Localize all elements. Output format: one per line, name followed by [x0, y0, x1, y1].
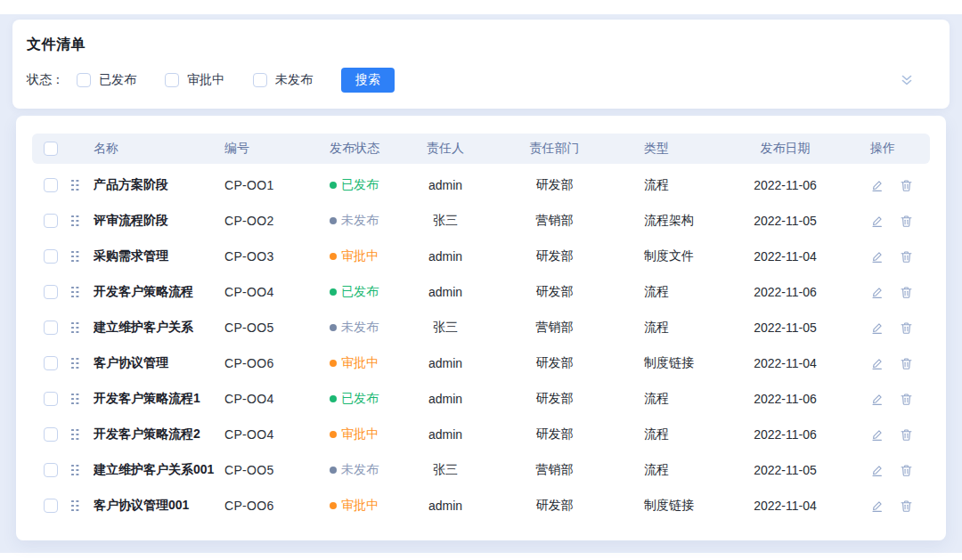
doc-code: CP-OO5: [224, 321, 330, 335]
doc-type: 流程: [624, 426, 738, 442]
row-checkbox[interactable]: [44, 463, 58, 477]
select-all-checkbox[interactable]: [44, 142, 58, 156]
doc-code: CP-OO4: [224, 392, 330, 406]
doc-code: CP-OO3: [224, 249, 330, 264]
edit-icon[interactable]: [870, 179, 884, 192]
row-checkbox[interactable]: [44, 427, 58, 442]
row-actions: [833, 179, 930, 192]
edit-icon[interactable]: [870, 393, 884, 406]
doc-dept: 营销部: [485, 213, 624, 229]
delete-icon[interactable]: [900, 215, 913, 228]
status-dot-icon: [330, 182, 337, 189]
row-checkbox[interactable]: [44, 499, 58, 513]
row-actions: [833, 428, 930, 442]
doc-code: CP-OO6: [224, 499, 330, 513]
search-button[interactable]: 搜索: [341, 68, 395, 93]
doc-status: 已发布: [330, 284, 405, 300]
doc-code: CP-OO4: [224, 427, 330, 442]
checkbox-icon[interactable]: [253, 73, 267, 87]
row-checkbox[interactable]: [44, 392, 58, 406]
delete-icon[interactable]: [900, 428, 913, 442]
edit-icon[interactable]: [870, 215, 884, 228]
drag-handle-icon[interactable]: [71, 358, 79, 369]
doc-code: CP-OO2: [224, 214, 330, 228]
drag-handle-icon[interactable]: [71, 429, 79, 441]
drag-handle-icon[interactable]: [71, 180, 79, 191]
status-filter-label: 状态：: [27, 72, 64, 88]
drag-handle-icon[interactable]: [71, 322, 79, 334]
drag-handle-icon[interactable]: [71, 500, 79, 512]
col-header-name: 名称: [94, 141, 224, 157]
doc-name: 建立维护客户关系: [94, 320, 224, 336]
doc-dept: 研发部: [485, 284, 624, 300]
edit-icon[interactable]: [870, 250, 884, 264]
row-checkbox[interactable]: [44, 356, 58, 370]
checkbox-icon[interactable]: [165, 73, 179, 87]
row-checkbox[interactable]: [44, 285, 58, 299]
edit-icon[interactable]: [870, 286, 884, 299]
doc-date: 2022-11-04: [738, 499, 833, 513]
doc-dept: 研发部: [485, 498, 624, 514]
row-checkbox[interactable]: [44, 321, 58, 335]
page-title: 文件清单: [27, 36, 914, 54]
filter-option-unpublished[interactable]: 未发布: [253, 72, 313, 88]
doc-type: 流程: [624, 284, 738, 300]
filter-option-pending[interactable]: 审批中: [165, 72, 224, 88]
filter-option-published[interactable]: 已发布: [77, 72, 136, 88]
collapse-toggle[interactable]: [900, 73, 914, 87]
status-text: 未发布: [341, 462, 379, 478]
row-checkbox[interactable]: [44, 249, 58, 264]
delete-icon[interactable]: [900, 321, 913, 335]
row-checkbox[interactable]: [44, 214, 58, 228]
doc-status: 审批中: [330, 498, 405, 514]
edit-icon[interactable]: [870, 357, 884, 370]
delete-icon[interactable]: [900, 499, 913, 513]
doc-status: 审批中: [330, 426, 405, 442]
delete-icon[interactable]: [900, 357, 913, 370]
doc-type: 流程: [624, 320, 738, 336]
row-actions: [833, 215, 930, 228]
drag-handle-icon[interactable]: [71, 251, 79, 263]
drag-handle-icon[interactable]: [71, 465, 79, 476]
edit-icon[interactable]: [870, 464, 884, 477]
status-dot-icon: [330, 502, 337, 509]
status-dot-icon: [330, 360, 337, 367]
status-text: 审批中: [341, 498, 379, 514]
status-dot-icon: [330, 217, 337, 224]
drag-handle-icon[interactable]: [71, 287, 79, 298]
col-header-dept: 责任部门: [485, 141, 624, 157]
doc-status: 已发布: [330, 177, 405, 193]
doc-dept: 营销部: [485, 320, 624, 336]
delete-icon[interactable]: [900, 393, 913, 406]
doc-code: CP-OO1: [224, 178, 330, 192]
table-row: 客户协议管理001 CP-OO6 审批中 admin 研发部 制度链接 2022…: [32, 488, 930, 523]
doc-dept: 研发部: [485, 177, 624, 193]
edit-icon[interactable]: [870, 321, 884, 335]
filter-option-label: 已发布: [99, 72, 136, 88]
doc-name: 采购需求管理: [94, 248, 224, 264]
status-text: 未发布: [341, 213, 379, 229]
delete-icon[interactable]: [900, 464, 913, 477]
status-text: 审批中: [341, 426, 379, 442]
delete-icon[interactable]: [900, 286, 913, 299]
row-checkbox[interactable]: [44, 178, 58, 192]
col-header-code: 编号: [224, 141, 330, 157]
delete-icon[interactable]: [900, 179, 913, 192]
edit-icon[interactable]: [870, 499, 884, 513]
doc-date: 2022-11-06: [738, 285, 833, 299]
col-header-date: 发布日期: [738, 141, 833, 157]
delete-icon[interactable]: [900, 250, 913, 264]
doc-name: 开发客户策略流程2: [94, 426, 224, 442]
checkbox-icon[interactable]: [77, 73, 91, 87]
edit-icon[interactable]: [870, 428, 884, 442]
doc-status: 已发布: [330, 391, 405, 407]
filter-row: 状态： 已发布 审批中 未发布 搜索: [27, 68, 914, 93]
doc-date: 2022-11-04: [738, 249, 833, 264]
doc-code: CP-OO6: [224, 356, 330, 370]
doc-person: admin: [405, 392, 485, 406]
drag-handle-icon[interactable]: [71, 394, 79, 405]
table-header: 名称 编号 发布状态 责任人 责任部门 类型 发布日期 操作: [32, 134, 930, 164]
status-dot-icon: [330, 431, 337, 438]
drag-handle-icon[interactable]: [71, 215, 79, 227]
status-text: 审批中: [341, 355, 379, 371]
